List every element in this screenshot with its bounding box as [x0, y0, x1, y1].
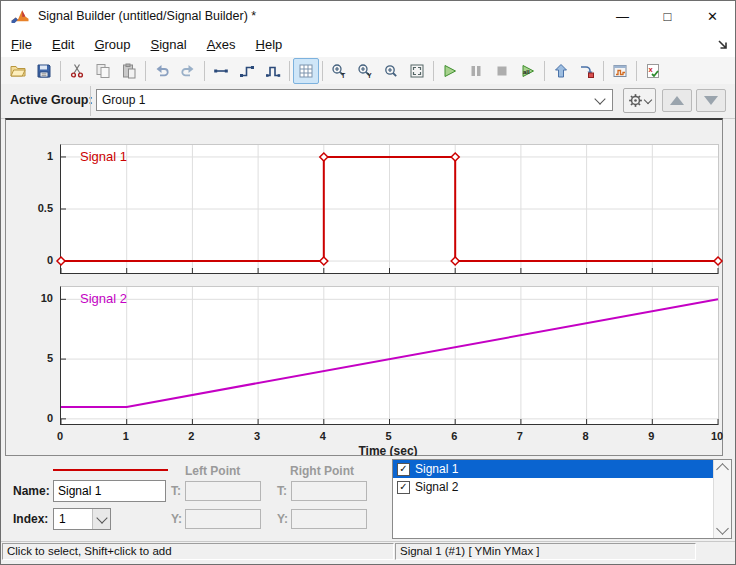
redo-button[interactable] [175, 58, 201, 84]
down-triangle-icon [704, 96, 718, 105]
menubar: File Edit Group Signal Axes Help [1, 31, 735, 58]
signal-checkbox[interactable]: ✓ [397, 463, 410, 476]
verify-button[interactable]: x [640, 58, 666, 84]
menu-help[interactable]: Help [246, 33, 293, 56]
x-tick-label: 2 [188, 430, 194, 442]
menu-group[interactable]: Group [84, 33, 140, 56]
toolbar-separator [322, 61, 323, 81]
index-select-button[interactable] [92, 509, 110, 529]
menu-axes[interactable]: Axes [197, 33, 246, 56]
up-to-parent-button[interactable] [548, 58, 574, 84]
pause-icon [468, 63, 484, 79]
statusbar: Click to select, Shift+click to add Sign… [1, 541, 735, 565]
undo-button[interactable] [149, 58, 175, 84]
x-tick-label: 9 [648, 430, 654, 442]
open-button[interactable] [5, 58, 31, 84]
right-t-input[interactable] [291, 481, 367, 501]
svg-text:Y: Y [367, 72, 372, 79]
listbox-scrollbar[interactable] [713, 460, 731, 538]
group-settings-button[interactable] [623, 88, 656, 113]
draw-line-button[interactable] [208, 58, 234, 84]
copy-button[interactable] [90, 58, 116, 84]
signal-point-marker[interactable] [57, 257, 65, 265]
play-button[interactable] [437, 58, 463, 84]
titlebar: Signal Builder (untitled/Signal Builder)… [1, 1, 735, 31]
up-arrow-icon [553, 63, 569, 79]
left-t-input[interactable] [185, 481, 261, 501]
minimize-button[interactable]: — [600, 1, 645, 31]
signal-checkbox[interactable]: ✓ [397, 481, 410, 494]
name-input[interactable] [53, 480, 166, 502]
active-group-value: Group 1 [102, 93, 145, 107]
paste-button[interactable] [116, 58, 142, 84]
signal-point-marker[interactable] [451, 257, 459, 265]
signal-point-marker[interactable] [451, 153, 459, 161]
scroll-up-icon[interactable] [716, 463, 729, 476]
signal-builder-window: Signal Builder (untitled/Signal Builder)… [0, 0, 736, 565]
zoom-time-button[interactable]: T [326, 58, 352, 84]
zoom-y-button[interactable]: Y [352, 58, 378, 84]
signal2-plot[interactable] [60, 286, 719, 425]
dock-arrow-icon[interactable] [716, 38, 729, 51]
play-icon [442, 63, 458, 79]
x-tick-label: 0 [57, 430, 63, 442]
close-button[interactable]: ✕ [690, 1, 735, 31]
grid-toggle-button[interactable] [293, 58, 319, 84]
play-all-button[interactable]: all [515, 58, 541, 84]
stop-button[interactable] [489, 58, 515, 84]
draw-step-button[interactable] [234, 58, 260, 84]
signal-point-marker[interactable] [320, 257, 328, 265]
move-group-down-button[interactable] [696, 89, 726, 112]
cut-button[interactable] [64, 58, 90, 84]
active-group-combobox[interactable]: Group 1 [96, 89, 613, 111]
draw-pulse-button[interactable] [260, 58, 286, 84]
show-signal-dialog-button[interactable] [607, 58, 633, 84]
index-label: Index: [13, 512, 48, 526]
fit-view-button[interactable] [404, 58, 430, 84]
plot-panel: Time (sec) 10.50Signal 11050Signal 20123… [5, 118, 723, 456]
signal-name-label: Signal 1 [80, 149, 127, 164]
toolbar-separator [433, 61, 434, 81]
signal1-plot[interactable] [60, 144, 719, 274]
zoom-in-button[interactable] [378, 58, 404, 84]
menu-file[interactable]: File [1, 33, 42, 56]
scroll-down-icon[interactable] [716, 522, 729, 535]
save-button[interactable] [31, 58, 57, 84]
move-group-up-button[interactable] [662, 89, 692, 112]
zoom-in-icon [383, 63, 399, 79]
list-item[interactable]: ✓Signal 2 [393, 478, 731, 496]
maximize-button[interactable]: □ [645, 1, 690, 31]
status-selection: Signal 1 (#1) [ YMin YMax ] [395, 543, 696, 560]
x-tick-label: 7 [517, 430, 523, 442]
right-y-input[interactable] [291, 509, 367, 529]
active-group-label: Active Group: [10, 93, 93, 107]
signal-name-label: Signal 2 [80, 291, 127, 306]
toolbar-separator [289, 61, 290, 81]
menu-signal[interactable]: Signal [141, 33, 197, 56]
x-tick-label: 8 [583, 430, 589, 442]
divider [90, 86, 91, 116]
signal-point-marker[interactable] [320, 153, 328, 161]
index-value: 1 [59, 512, 66, 526]
matlab-app-icon [10, 8, 30, 25]
left-t-label: T: [171, 484, 181, 498]
toolbar: T Y all x [1, 57, 735, 85]
signal-dialog-icon [612, 63, 628, 79]
signal-list-label: Signal 1 [415, 462, 458, 476]
save-icon [36, 63, 52, 79]
window-title: Signal Builder (untitled/Signal Builder)… [38, 9, 256, 23]
signal-point-marker[interactable] [714, 257, 722, 265]
active-group-bar: Active Group: Group 1 [1, 84, 735, 119]
y-tick-label: 10 [41, 292, 53, 304]
fit-view-icon [409, 63, 425, 79]
index-select[interactable]: 1 [53, 508, 111, 530]
right-y-label: Y: [277, 512, 288, 526]
left-y-input[interactable] [185, 509, 261, 529]
list-item[interactable]: ✓Signal 1 [393, 460, 731, 478]
signal-listbox[interactable]: ✓Signal 1✓Signal 2 [392, 459, 732, 539]
pause-button[interactable] [463, 58, 489, 84]
gear-icon [628, 93, 643, 108]
y-tick-label: 1 [47, 150, 53, 162]
goto-block-button[interactable] [574, 58, 600, 84]
menu-edit[interactable]: Edit [42, 33, 84, 56]
